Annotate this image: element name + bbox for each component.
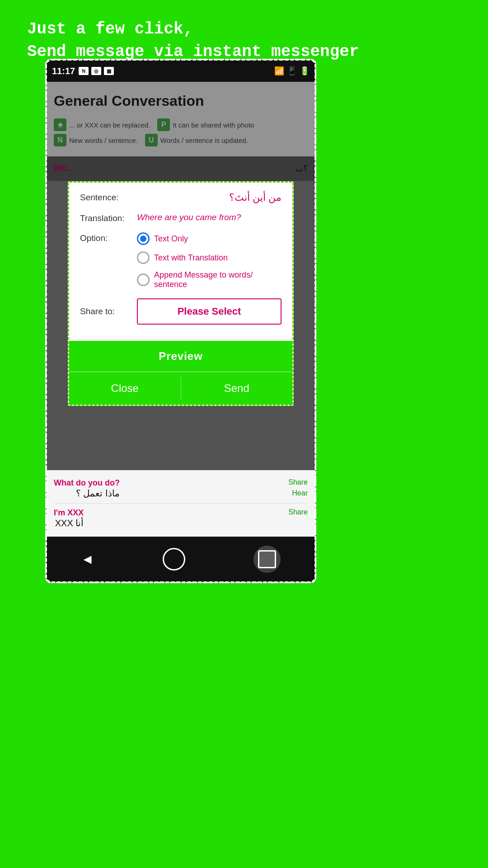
radio-text-only-outer — [137, 232, 150, 245]
status-bar: 11:17 N ◎ ▦ 📶 📱 🔋 — [47, 60, 315, 82]
option-row: Option: Text Only Text with Transl — [80, 232, 282, 289]
status-time: 11:17 — [52, 66, 75, 76]
radio-text-only[interactable]: Text Only — [137, 232, 282, 245]
sentence-label: Sentence: — [80, 192, 130, 203]
radio-append-outer — [137, 274, 150, 286]
status-icon-n: N — [79, 67, 89, 75]
please-select-button[interactable]: Please Select — [137, 298, 282, 325]
signal-icon: 📱 — [287, 66, 297, 76]
bottom-row-2-title: I'm XXX — [54, 508, 84, 518]
radio-append-message[interactable]: Append Message to words/ sentence — [137, 270, 282, 289]
radio-text-translation-outer — [137, 251, 150, 264]
back-button[interactable]: ◄ — [81, 552, 94, 567]
share-to-row: Share to: Please Select — [80, 298, 282, 325]
recents-square — [258, 550, 276, 568]
share-to-label: Share to: — [80, 307, 130, 316]
dialog-body: Sentence: من أين أنتَ؟ Translation: Wher… — [69, 183, 292, 341]
status-icon-circle: ◎ — [91, 67, 101, 75]
bottom-row-1-share[interactable]: Share — [288, 478, 308, 486]
options-column: Text Only Text with Translation Append M… — [137, 232, 282, 289]
radio-text-translation[interactable]: Text with Translation — [137, 251, 282, 264]
send-button[interactable]: Send — [181, 372, 293, 405]
translation-row: Translation: Where are you came from? — [80, 212, 282, 223]
bottom-rows: What do you do? ماذا تعمل ؟ Share Hear I… — [47, 470, 315, 537]
option-label: Option: — [80, 232, 130, 243]
bottom-row-2: I'm XXX أنا XXX Share — [54, 504, 308, 533]
bottom-row-1: What do you do? ماذا تعمل ؟ Share Hear — [54, 474, 308, 504]
promo-line1: Just a few click, — [27, 18, 359, 41]
wifi-icon: 📶 — [274, 66, 284, 76]
radio-text-only-inner — [140, 236, 146, 242]
radio-text-only-label: Text Only — [154, 234, 188, 244]
preview-button[interactable]: Preview — [69, 341, 292, 372]
radio-append-label: Append Message to words/ sentence — [154, 270, 282, 289]
bottom-row-1-title: What do you do? — [54, 478, 120, 488]
status-icons: N ◎ ▦ — [79, 67, 114, 75]
nav-bar: ◄ — [47, 537, 315, 582]
bottom-row-2-share[interactable]: Share — [288, 508, 308, 528]
sentence-value: من أين أنتَ؟ — [137, 192, 282, 203]
phone-frame: 11:17 N ◎ ▦ 📶 📱 🔋 General Conversation ★… — [45, 59, 316, 583]
close-button[interactable]: Close — [69, 372, 181, 405]
bottom-row-1-hear[interactable]: Hear — [292, 489, 308, 497]
home-button[interactable] — [163, 548, 185, 571]
bottom-row-1-arabic: ماذا تعمل ؟ — [54, 488, 120, 499]
translation-label: Translation: — [80, 212, 130, 223]
dialog-footer: Close Send — [69, 372, 292, 405]
radio-text-translation-label: Text with Translation — [154, 253, 228, 263]
status-right-icons: 📶 📱 🔋 — [274, 66, 310, 76]
bottom-row-2-arabic: أنا XXX — [54, 518, 84, 528]
translation-value: Where are you came from? — [137, 212, 282, 222]
battery-icon: 🔋 — [300, 66, 310, 76]
promo-text: Just a few click, Send message via insta… — [27, 18, 359, 64]
status-icon-grid: ▦ — [104, 67, 114, 75]
recents-button-container — [253, 546, 281, 573]
sentence-row: Sentence: من أين أنتَ؟ — [80, 192, 282, 203]
share-dialog: Sentence: من أين أنتَ؟ Translation: Wher… — [68, 181, 294, 406]
